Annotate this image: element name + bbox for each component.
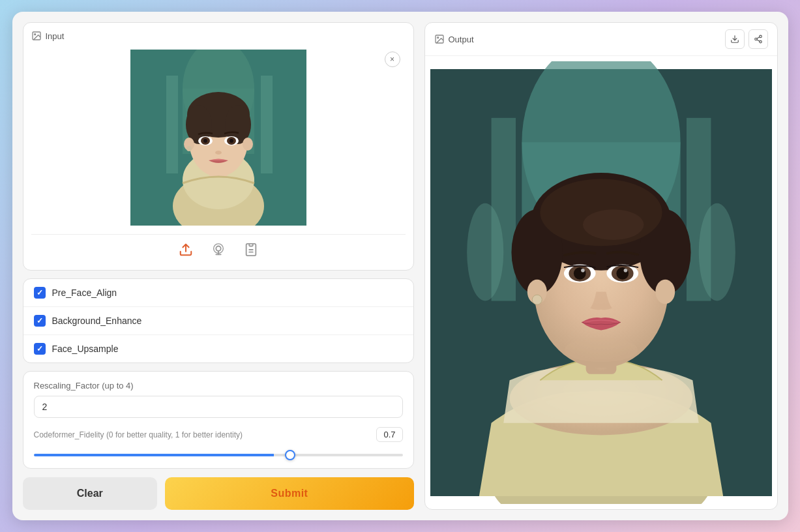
clear-button[interactable]: Clear [23, 477, 158, 510]
input-label: Input [46, 31, 65, 41]
clipboard-icon [244, 243, 258, 257]
output-portrait-svg [430, 61, 772, 504]
svg-rect-5 [166, 76, 178, 173]
input-header: Input [31, 31, 406, 41]
svg-point-23 [186, 146, 192, 151]
svg-line-36 [757, 40, 760, 41]
svg-point-65 [564, 338, 637, 362]
pre-face-align-checkbox[interactable] [34, 287, 46, 299]
pre-face-align-label: Pre_Face_Align [52, 288, 117, 298]
webcam-button[interactable] [209, 240, 228, 259]
rescaling-input[interactable] [34, 396, 403, 418]
share-button[interactable] [748, 29, 768, 49]
svg-line-37 [757, 37, 760, 38]
output-header-left: Output [434, 34, 474, 44]
svg-rect-27 [249, 244, 253, 246]
option-row-background-enhance: Background_Enhance [23, 307, 413, 335]
svg-point-21 [230, 139, 233, 143]
close-image-button[interactable]: × [385, 52, 400, 67]
buttons-row: Clear Submit [23, 477, 414, 510]
output-image-area [425, 56, 777, 509]
svg-point-53 [582, 209, 644, 240]
fidelity-header: Codeformer_Fidelity (0 for better qualit… [34, 427, 403, 442]
option-row-face-upsample: Face_Upsample [23, 335, 413, 362]
left-panel: Input [23, 22, 414, 510]
upload-button[interactable] [176, 240, 196, 259]
option-row-pre-face-align: Pre_Face_Align [23, 279, 413, 307]
svg-rect-6 [261, 76, 273, 173]
download-icon [730, 35, 739, 44]
share-icon [754, 35, 763, 44]
slider-card: Rescaling_Factor (up to 4) Codeformer_Fi… [23, 371, 414, 469]
input-image-card: Input [23, 22, 414, 271]
background-enhance-label: Background_Enhance [52, 316, 142, 326]
svg-point-63 [581, 269, 585, 273]
face-upsample-label: Face_Upsample [52, 344, 119, 354]
image-icon [31, 31, 42, 41]
clipboard-button[interactable] [241, 240, 261, 259]
input-image-area: × [31, 46, 406, 229]
fidelity-value: 0.7 [376, 427, 402, 442]
svg-point-20 [203, 139, 207, 143]
svg-point-55 [655, 280, 675, 304]
svg-point-43 [467, 203, 503, 301]
svg-point-25 [216, 246, 220, 251]
fidelity-section: Codeformer_Fidelity (0 for better qualit… [34, 427, 403, 459]
rescaling-section: Rescaling_Factor (up to 4) [34, 381, 403, 418]
output-label: Output [449, 35, 474, 44]
face-upsample-checkbox[interactable] [34, 343, 46, 355]
svg-point-31 [437, 37, 438, 38]
main-container: Input [12, 12, 788, 520]
submit-button[interactable]: Submit [165, 477, 413, 510]
right-panel: Output [424, 22, 778, 510]
fidelity-label: Codeformer_Fidelity (0 for better qualit… [34, 430, 243, 439]
svg-point-56 [532, 295, 542, 304]
download-button[interactable] [725, 29, 745, 49]
svg-point-15 [243, 138, 253, 151]
webcam-icon [211, 243, 226, 257]
output-image-icon [434, 34, 445, 44]
svg-point-44 [698, 203, 735, 301]
output-header-right [725, 29, 768, 49]
svg-point-22 [215, 151, 222, 155]
options-card: Pre_Face_Align Background_Enhance Face_U… [23, 278, 414, 363]
toolbar [31, 234, 406, 262]
background-enhance-checkbox[interactable] [34, 315, 46, 327]
input-portrait-svg [130, 50, 306, 226]
svg-point-64 [623, 269, 627, 273]
svg-point-1 [34, 34, 35, 35]
upload-icon [179, 243, 193, 257]
rescaling-label: Rescaling_Factor (up to 4) [34, 381, 403, 391]
fidelity-slider[interactable] [34, 454, 403, 456]
output-header: Output [425, 23, 777, 56]
